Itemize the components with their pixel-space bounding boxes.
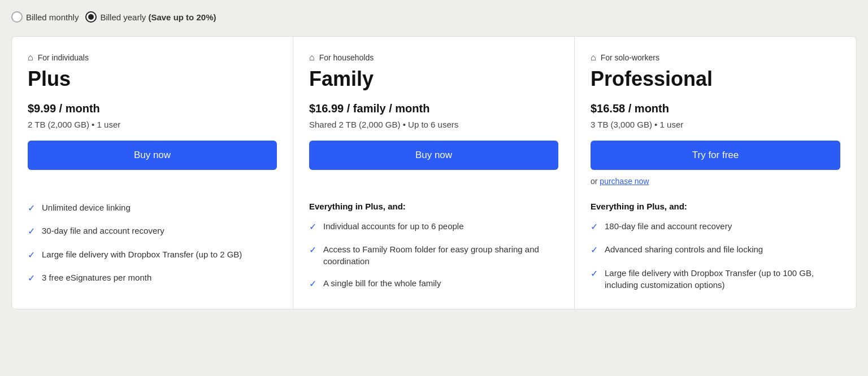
billing-yearly-label: Billed yearly (Save up to 20%): [100, 12, 216, 22]
feature-item: ✓ 30-day file and account recovery: [28, 225, 277, 238]
feature-text: 30-day file and account recovery: [42, 225, 164, 237]
feature-text: Advanced sharing controls and file locki…: [605, 243, 763, 255]
purchase-link-row-professional: or purchase now: [591, 177, 840, 188]
check-icon: ✓: [309, 244, 316, 256]
feature-item: ✓ 180-day file and account recovery: [591, 220, 840, 233]
check-icon: ✓: [309, 221, 316, 233]
plan-card-family: ⌂ For households Family $16.99 / family …: [293, 37, 575, 309]
check-icon: ✓: [309, 278, 316, 290]
features-header-family: Everything in Plus, and:: [309, 202, 558, 211]
plan-price-plus: $9.99 / month: [28, 102, 277, 115]
plan-name-family: Family: [309, 67, 558, 91]
plan-price-family: $16.99 / family / month: [309, 102, 558, 115]
purchase-link-professional[interactable]: purchase now: [600, 177, 649, 186]
plan-name-professional: Professional: [591, 67, 840, 91]
features-list-professional: ✓ 180-day file and account recovery ✓ Ad…: [591, 220, 840, 291]
cta-primary-family[interactable]: Buy now: [309, 141, 558, 170]
check-icon: ✓: [28, 272, 35, 285]
feature-item: ✓ Individual accounts for up to 6 people: [309, 220, 558, 233]
billing-save-text: (Save up to 20%): [148, 12, 216, 22]
plan-storage-plus: 2 TB (2,000 GB) • 1 user: [28, 120, 277, 129]
feature-text: Individual accounts for up to 6 people: [323, 220, 464, 232]
feature-item: ✓ Large file delivery with Dropbox Trans…: [28, 248, 277, 261]
feature-text: Large file delivery with Dropbox Transfe…: [42, 248, 242, 260]
plan-category-plus: ⌂ For individuals: [28, 53, 277, 63]
feature-text: 3 free eSignatures per month: [42, 272, 151, 283]
billing-toggle: Billed monthly Billed yearly (Save up to…: [11, 11, 857, 23]
billing-monthly-radio[interactable]: [11, 11, 23, 23]
plan-name-plus: Plus: [28, 67, 277, 91]
check-icon: ✓: [591, 221, 598, 233]
feature-item: ✓ Large file delivery with Dropbox Trans…: [591, 267, 840, 291]
feature-text: 180-day file and account recovery: [605, 220, 732, 232]
feature-text: Unlimited device linking: [42, 202, 131, 213]
feature-item: ✓ Advanced sharing controls and file loc…: [591, 243, 840, 256]
plan-category-label-plus: For individuals: [38, 53, 89, 62]
cta-primary-professional[interactable]: Try for free: [591, 141, 840, 170]
features-list-family: ✓ Individual accounts for up to 6 people…: [309, 220, 558, 291]
check-icon: ✓: [28, 225, 35, 238]
check-icon: ✓: [591, 244, 598, 256]
features-list-plus: ✓ Unlimited device linking ✓ 30-day file…: [28, 202, 277, 285]
plan-card-professional: ⌂ For solo-workers Professional $16.58 /…: [575, 37, 856, 309]
feature-item: ✓ A single bill for the whole family: [309, 277, 558, 290]
plan-price-professional: $16.58 / month: [591, 102, 840, 115]
home-icon-professional: ⌂: [591, 53, 596, 63]
billing-monthly-label: Billed monthly: [26, 12, 79, 22]
feature-item: ✓ Access to Family Room folder for easy …: [309, 243, 558, 267]
purchase-link-row-plus: [28, 177, 277, 188]
feature-text: Access to Family Room folder for easy gr…: [323, 243, 558, 267]
home-icon-plus: ⌂: [28, 53, 33, 63]
billing-monthly-option[interactable]: Billed monthly: [11, 11, 79, 23]
check-icon: ✓: [28, 202, 35, 215]
billing-yearly-radio[interactable]: [85, 11, 97, 23]
plan-storage-family: Shared 2 TB (2,000 GB) • Up to 6 users: [309, 120, 558, 129]
home-icon-family: ⌂: [309, 53, 315, 63]
purchase-prefix-professional: or: [591, 177, 600, 186]
feature-item: ✓ Unlimited device linking: [28, 202, 277, 215]
feature-text: A single bill for the whole family: [323, 277, 441, 289]
features-header-professional: Everything in Plus, and:: [591, 202, 840, 211]
plan-storage-professional: 3 TB (3,000 GB) • 1 user: [591, 120, 840, 129]
plans-grid: ⌂ For individuals Plus $9.99 / month 2 T…: [11, 36, 857, 309]
feature-item: ✓ 3 free eSignatures per month: [28, 272, 277, 285]
plan-card-plus: ⌂ For individuals Plus $9.99 / month 2 T…: [12, 37, 293, 309]
check-icon: ✓: [591, 268, 598, 280]
feature-text: Large file delivery with Dropbox Transfe…: [605, 267, 840, 291]
plan-category-family: ⌂ For households: [309, 53, 558, 63]
plan-category-label-professional: For solo-workers: [601, 53, 659, 62]
purchase-link-row-family: [309, 177, 558, 188]
billing-yearly-option[interactable]: Billed yearly (Save up to 20%): [85, 11, 216, 23]
plan-category-label-family: For households: [319, 53, 374, 62]
check-icon: ✓: [28, 249, 35, 261]
cta-primary-plus[interactable]: Buy now: [28, 141, 277, 170]
plan-category-professional: ⌂ For solo-workers: [591, 53, 840, 63]
